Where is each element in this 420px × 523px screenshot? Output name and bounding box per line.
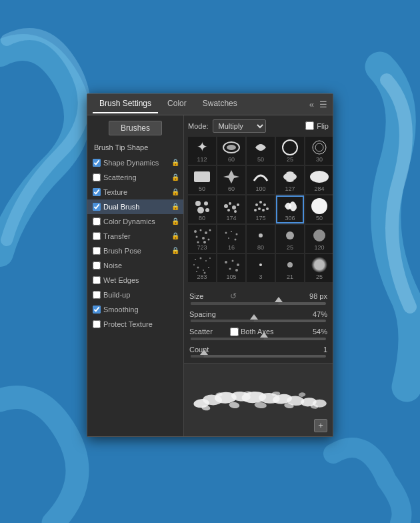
brush-preview-7 <box>250 167 271 186</box>
tab-swatches[interactable]: Swatches <box>196 95 244 113</box>
svg-point-49 <box>197 267 199 269</box>
brush-cell-6[interactable]: 60 <box>217 166 245 194</box>
brush-cell-13[interactable]: 306 <box>276 195 304 223</box>
brush-pose-label: Brush Pose <box>103 247 169 255</box>
brush-pose-checkbox[interactable] <box>93 247 101 255</box>
brush-cell-14[interactable]: 50 <box>305 195 333 223</box>
brush-cell-23[interactable]: 21 <box>276 254 304 282</box>
svg-point-15 <box>232 205 236 209</box>
menu-icon[interactable]: ☰ <box>319 99 327 109</box>
smoothing-checkbox[interactable] <box>93 306 101 314</box>
dual-brush-checkbox[interactable] <box>93 203 101 211</box>
mode-label: Mode: <box>188 122 209 130</box>
protect-texture-checkbox[interactable] <box>93 320 101 328</box>
brush-preview-16 <box>221 226 242 245</box>
size-refresh-icon[interactable]: ↺ <box>230 292 237 301</box>
lock-icon-transfer: 🔒 <box>171 232 179 239</box>
brush-cell-5[interactable]: 50 <box>188 166 216 194</box>
sidebar-item-dual-brush[interactable]: Dual Brush 🔒 <box>87 199 183 214</box>
noise-checkbox[interactable] <box>93 262 101 270</box>
scattering-checkbox[interactable] <box>93 173 101 181</box>
tab-color[interactable]: Color <box>161 95 193 113</box>
sidebar-item-shape-dynamics[interactable]: Shape Dynamics 🔒 <box>87 155 183 170</box>
count-slider-track[interactable] <box>191 355 326 358</box>
transfer-checkbox[interactable] <box>93 232 101 240</box>
back-icon[interactable]: « <box>309 99 314 109</box>
brush-preview-22 <box>250 255 271 274</box>
brush-cell-11[interactable]: 174 <box>217 195 245 223</box>
sidebar-item-protect-texture[interactable]: Protect Texture <box>87 317 183 332</box>
brush-cell-18[interactable]: 25 <box>276 225 304 253</box>
brush-num-19: 120 <box>314 245 324 251</box>
flip-checkbox[interactable] <box>305 121 314 130</box>
brush-cell-4[interactable]: 30 <box>305 137 333 165</box>
svg-point-33 <box>208 239 210 241</box>
sidebar-item-buildup[interactable]: Build-up <box>87 288 183 302</box>
scattering-label: Scattering <box>103 173 169 181</box>
brush-cell-24[interactable]: 25 <box>305 254 333 282</box>
panel-tabs: Brush Settings Color Swatches « ☰ <box>87 94 333 115</box>
sidebar-item-noise[interactable]: Noise <box>87 258 183 273</box>
sidebar-item-brush-pose[interactable]: Brush Pose 🔒 <box>87 243 183 258</box>
count-row: Count 1 <box>189 346 327 354</box>
size-slider-track[interactable] <box>191 302 326 305</box>
svg-point-21 <box>263 203 266 206</box>
brush-preview-13 <box>279 197 301 215</box>
sidebar-item-wet-edges[interactable]: Wet Edges <box>87 273 183 288</box>
svg-point-19 <box>255 203 258 206</box>
scatter-slider-fill <box>191 338 264 340</box>
brush-settings-panel: Brush Settings Color Swatches « ☰ Brushe… <box>87 93 333 437</box>
brush-cell-16[interactable]: 16 <box>217 225 245 253</box>
brush-cell-22[interactable]: 3 <box>247 254 275 282</box>
brush-cell-20[interactable]: 283 <box>188 254 216 282</box>
texture-checkbox[interactable] <box>93 188 101 196</box>
svg-point-17 <box>227 209 230 211</box>
svg-point-29 <box>205 231 207 234</box>
brush-num-15: 723 <box>197 245 207 251</box>
brush-cell-19[interactable]: 120 <box>305 225 333 253</box>
brush-cell-2[interactable]: 50 <box>247 137 275 165</box>
brush-cell-8[interactable]: 127 <box>276 166 304 194</box>
brush-preview-14 <box>309 197 330 215</box>
spacing-slider-thumb[interactable] <box>250 314 258 320</box>
size-slider-thumb[interactable] <box>275 297 283 302</box>
buildup-label: Build-up <box>103 291 179 299</box>
brush-num-0: 112 <box>197 157 207 163</box>
brush-cell-21[interactable]: 105 <box>217 254 245 282</box>
brush-cell-10[interactable]: 80 <box>188 195 216 223</box>
spacing-slider-track[interactable] <box>191 320 326 322</box>
brush-num-16: 16 <box>228 245 235 251</box>
brush-cell-17[interactable]: 80 <box>247 225 275 253</box>
both-axes-checkbox[interactable] <box>230 328 239 336</box>
brush-cell-0[interactable]: ✦ 112 <box>188 137 216 165</box>
brush-preview-12 <box>250 197 271 215</box>
wet-edges-checkbox[interactable] <box>93 276 101 284</box>
brush-cell-7[interactable]: 100 <box>247 166 275 194</box>
brush-tip-shape-heading: Brush Tip Shape <box>87 141 183 155</box>
brush-cell-1[interactable]: 60 <box>217 137 245 165</box>
scatter-slider-track[interactable] <box>191 338 326 340</box>
sidebar-item-transfer[interactable]: Transfer 🔒 <box>87 229 183 243</box>
count-slider-thumb[interactable] <box>200 350 208 355</box>
brushes-button[interactable]: Brushes <box>109 121 162 135</box>
add-brush-button[interactable]: + <box>314 419 327 432</box>
svg-point-45 <box>200 257 202 259</box>
lock-icon-color: 🔒 <box>171 217 179 225</box>
sidebar-item-texture[interactable]: Texture 🔒 <box>87 185 183 199</box>
sidebar-item-scattering[interactable]: Scattering 🔒 <box>87 170 183 185</box>
sidebar-item-color-dynamics[interactable]: Color Dynamics 🔒 <box>87 214 183 229</box>
size-value: 98 px <box>301 292 327 300</box>
scatter-slider-thumb[interactable] <box>260 332 268 338</box>
shape-dynamics-checkbox[interactable] <box>93 159 101 167</box>
sidebar-item-smoothing[interactable]: Smoothing <box>87 302 183 317</box>
tab-brush-settings[interactable]: Brush Settings <box>93 95 158 113</box>
brush-cell-12[interactable]: 175 <box>247 195 275 223</box>
svg-point-35 <box>203 241 206 243</box>
buildup-checkbox[interactable] <box>93 291 101 299</box>
brush-cell-9[interactable]: 284 <box>305 166 333 194</box>
mode-select[interactable]: Multiply Normal Screen Overlay <box>213 119 266 133</box>
brush-cell-3[interactable]: 25 <box>276 137 304 165</box>
brush-grid: ✦ 112 60 50 25 30 50 60 100 127 <box>188 137 333 282</box>
color-dynamics-checkbox[interactable] <box>93 217 101 225</box>
brush-cell-15[interactable]: 723 <box>188 225 216 253</box>
